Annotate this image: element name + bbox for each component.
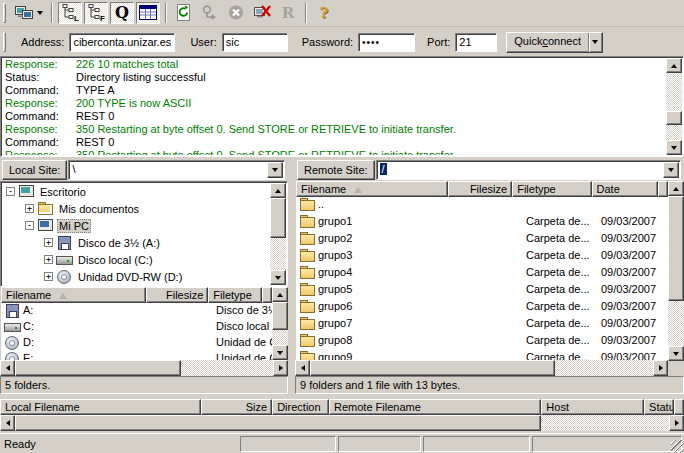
scroll-thumb[interactable]: [666, 111, 682, 125]
column-header-local-filename[interactable]: Local Filename: [0, 399, 201, 415]
scroll-left-arrow[interactable]: [0, 415, 15, 431]
local-site-combobox[interactable]: \: [68, 160, 285, 180]
scroll-thumb[interactable]: [15, 360, 181, 376]
scroll-down-arrow[interactable]: [270, 270, 286, 285]
file-name: grupo6: [318, 300, 352, 312]
password-input[interactable]: [358, 33, 415, 52]
user-input[interactable]: [222, 33, 288, 52]
file-row-grupo4[interactable]: grupo4Carpeta de...09/03/2007: [296, 265, 668, 282]
local-tree-vertical-scrollbar[interactable]: [270, 183, 286, 285]
expand-icon[interactable]: +: [44, 272, 53, 281]
column-header-filetype[interactable]: Filetype: [208, 287, 262, 303]
file-row-c-[interactable]: C:Disco local: [1, 319, 272, 335]
remote-horizontal-scrollbar[interactable]: [295, 360, 668, 376]
file-type: Disco local: [216, 320, 269, 332]
file-row-grupo7[interactable]: grupo7Carpeta de...09/03/2007: [296, 316, 668, 333]
column-header-direction[interactable]: Direction: [272, 399, 329, 415]
local-list-vertical-scrollbar[interactable]: [272, 287, 288, 360]
scroll-thumb[interactable]: [270, 198, 286, 238]
scroll-up-arrow[interactable]: [666, 58, 682, 73]
tree-item-unidad-dvd-rw-d-[interactable]: +Unidad DVD-RW (D:): [2, 268, 269, 285]
remote-site-bar: Remote Site: /: [295, 159, 684, 181]
scroll-up-arrow[interactable]: [272, 287, 288, 302]
address-input[interactable]: [69, 33, 175, 52]
help-button[interactable]: ?: [312, 2, 336, 24]
toolbar-gripper[interactable]: [3, 3, 6, 23]
file-row-grupo8[interactable]: grupo8Carpeta de...09/03/2007: [296, 333, 668, 350]
toggle-remote-tree-button[interactable]: F: [84, 2, 108, 24]
connect-button[interactable]: [10, 2, 46, 24]
file-row-grupo2[interactable]: grupo2Carpeta de...09/03/2007: [296, 231, 668, 248]
quickconnect-button[interactable]: Quickconnect: [506, 32, 603, 53]
folder-icon: [299, 300, 316, 313]
collapse-icon[interactable]: -: [6, 187, 15, 196]
refresh-button[interactable]: [172, 2, 196, 24]
tree-item-mi-pc[interactable]: -Mi PC: [2, 217, 269, 234]
expand-icon[interactable]: +: [44, 255, 53, 264]
scroll-thumb[interactable]: [272, 302, 288, 330]
local-site-dropdown-arrow[interactable]: [267, 162, 283, 178]
remote-site-combobox[interactable]: /: [376, 160, 681, 180]
scroll-down-arrow[interactable]: [668, 346, 684, 361]
scroll-left-arrow[interactable]: [0, 360, 15, 376]
scroll-down-arrow[interactable]: [666, 140, 682, 155]
scroll-up-arrow[interactable]: [270, 183, 286, 198]
log-line-label: Command:: [5, 136, 76, 149]
file-row-e-[interactable]: E:Unidad de CD: [1, 351, 272, 360]
file-row-a-[interactable]: A:Disco de 3½: [1, 303, 272, 319]
connect-dropdown-arrow[interactable]: [37, 11, 43, 15]
column-header-date[interactable]: Date: [592, 181, 658, 197]
remote-site-dropdown-arrow[interactable]: [663, 162, 679, 178]
cdrom-icon: [4, 336, 21, 349]
tree-item-disco-de-3-a-[interactable]: +Disco de 3½ (A:): [2, 234, 269, 251]
column-header-filename[interactable]: Filename: [1, 287, 146, 303]
disconnect-button[interactable]: [250, 2, 274, 24]
computer-icon: [37, 219, 54, 232]
quickconnect-label: Quick: [514, 35, 542, 47]
toggle-queue-button[interactable]: Q: [110, 2, 134, 24]
scroll-up-arrow[interactable]: [668, 181, 684, 196]
scroll-right-arrow[interactable]: [273, 360, 288, 376]
log-line: Response:226 10 matches total: [5, 58, 665, 71]
expand-icon[interactable]: +: [25, 204, 34, 213]
column-header-filesize[interactable]: Filesize: [146, 287, 208, 303]
scroll-thumb[interactable]: [310, 360, 555, 376]
file-row-grupo6[interactable]: grupo6Carpeta de...09/03/2007: [296, 299, 668, 316]
column-header-filetype[interactable]: Filetype: [512, 181, 591, 197]
scroll-thumb[interactable]: [668, 196, 684, 301]
column-header-size[interactable]: Size: [201, 399, 272, 415]
column-header-filesize[interactable]: Filesize: [448, 181, 513, 197]
file-row-grupo3[interactable]: grupo3Carpeta de...09/03/2007: [296, 248, 668, 265]
scroll-thumb[interactable]: [15, 415, 541, 431]
toggle-logview-button[interactable]: [136, 2, 160, 24]
local-horizontal-scrollbar[interactable]: [0, 360, 288, 376]
collapse-icon[interactable]: -: [25, 221, 34, 230]
column-header-remote-filename[interactable]: Remote Filename: [329, 399, 541, 415]
column-header-status[interactable]: Status: [644, 399, 674, 415]
tree-item-mis-documentos[interactable]: +Mis documentos: [2, 200, 269, 217]
local-tree-rows: -Escritorio+Mis documentos-Mi PC+Disco d…: [2, 183, 269, 285]
file-row-..[interactable]: ..: [296, 197, 668, 214]
quickconnect-bar-gripper[interactable]: [3, 32, 6, 52]
log-line-text: Directory listing successful: [76, 71, 206, 84]
log-vertical-scrollbar[interactable]: [666, 58, 682, 155]
port-input[interactable]: [455, 33, 497, 52]
toggle-local-tree-button[interactable]: L: [58, 2, 82, 24]
file-type: Unidad de CD: [216, 336, 272, 348]
resize-grip[interactable]: [671, 440, 684, 453]
scroll-left-arrow[interactable]: [295, 360, 310, 376]
file-row-grupo5[interactable]: grupo5Carpeta de...09/03/2007: [296, 282, 668, 299]
column-header-filename[interactable]: Filename: [296, 181, 448, 197]
file-row-d-[interactable]: D:Unidad de CD: [1, 335, 272, 351]
tree-item-disco-local-c-[interactable]: +Disco local (C:): [2, 251, 269, 268]
expand-icon[interactable]: +: [44, 238, 53, 247]
scroll-down-arrow[interactable]: [272, 345, 288, 360]
column-header-host[interactable]: Host: [541, 399, 644, 415]
scroll-right-arrow[interactable]: [669, 415, 684, 431]
file-row-grupo1[interactable]: grupo1Carpeta de...09/03/2007: [296, 214, 668, 231]
scroll-right-arrow[interactable]: [653, 360, 668, 376]
queue-horizontal-scrollbar[interactable]: [0, 415, 684, 431]
remote-list-vertical-scrollbar[interactable]: [668, 181, 684, 361]
tree-item-escritorio[interactable]: -Escritorio: [2, 183, 269, 200]
quickconnect-dropdown-arrow[interactable]: [588, 33, 602, 52]
